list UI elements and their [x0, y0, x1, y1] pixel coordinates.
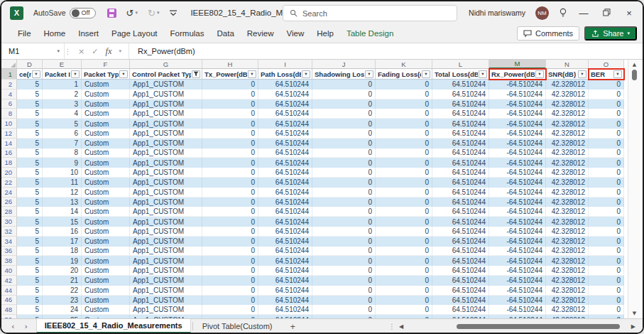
- cell-G20[interactable]: App1_CUSTOM: [130, 168, 202, 178]
- menu-tab-insert[interactable]: Insert: [72, 26, 105, 41]
- cell-D48[interactable]: 5: [17, 305, 43, 315]
- menu-tab-home[interactable]: Home: [38, 26, 72, 41]
- cell-D44[interactable]: 5: [17, 286, 43, 296]
- cell-M42[interactable]: -64.510244: [489, 276, 546, 286]
- column-letter-J[interactable]: J: [312, 60, 376, 69]
- cell-J44[interactable]: 0: [312, 286, 376, 296]
- cell-F28[interactable]: Custom: [82, 207, 130, 217]
- minimize-button[interactable]: —: [577, 8, 590, 18]
- cell-M4[interactable]: -64.510244: [489, 90, 546, 99]
- header-cell-G[interactable]: Control Packet Type: [130, 69, 202, 80]
- cell-I10[interactable]: 64.510244: [258, 119, 312, 129]
- cell-F14[interactable]: Custom: [82, 139, 130, 149]
- cell-O40[interactable]: 0: [589, 266, 624, 276]
- cell-N32[interactable]: 42.328012: [546, 227, 589, 237]
- cell-M16[interactable]: -64.510244: [489, 149, 546, 158]
- cell-E38[interactable]: 19: [43, 256, 82, 266]
- cell-E30[interactable]: 15: [43, 217, 82, 227]
- cell-E16[interactable]: 8: [43, 149, 82, 158]
- cell-J36[interactable]: 0: [312, 247, 376, 257]
- cell-H26[interactable]: 0: [202, 198, 258, 208]
- cell-O2[interactable]: 0: [589, 80, 624, 90]
- cell-L26[interactable]: 64.510244: [432, 198, 489, 208]
- cell-D26[interactable]: 5: [17, 198, 43, 208]
- cell-M14[interactable]: -64.510244: [489, 139, 546, 149]
- cell-N10[interactable]: 42.328012: [546, 119, 589, 129]
- cell-E6[interactable]: 3: [43, 99, 82, 109]
- cell-J38[interactable]: 0: [312, 256, 376, 266]
- cell-D18[interactable]: 5: [17, 158, 43, 168]
- share-button[interactable]: Share ▾: [584, 26, 637, 41]
- cell-H38[interactable]: 0: [202, 256, 258, 266]
- cell-L30[interactable]: 64.510244: [432, 217, 489, 227]
- cell-N22[interactable]: 42.328012: [546, 178, 589, 188]
- cell-J42[interactable]: 0: [312, 276, 376, 286]
- cell-I24[interactable]: 64.510244: [258, 188, 312, 198]
- cell-G44[interactable]: App1_CUSTOM: [130, 286, 202, 296]
- row-number-46[interactable]: 46: [1, 296, 17, 306]
- cell-F32[interactable]: Custom: [82, 227, 130, 237]
- cell-F8[interactable]: Custom: [82, 109, 130, 119]
- column-letter-O[interactable]: O: [589, 60, 624, 69]
- cell-O28[interactable]: 0: [589, 207, 624, 217]
- redo-chevron-icon[interactable]: ▾: [157, 10, 160, 16]
- cell-F4[interactable]: Custom: [82, 90, 130, 99]
- cell-E22[interactable]: 11: [43, 178, 82, 188]
- cell-F46[interactable]: Custom: [82, 296, 130, 306]
- cell-J2[interactable]: 0: [312, 80, 376, 90]
- cell-F10[interactable]: Custom: [82, 119, 130, 129]
- cell-N30[interactable]: 42.328012: [546, 217, 589, 227]
- cell-L2[interactable]: 64.510244: [432, 80, 489, 90]
- cell-H20[interactable]: 0: [202, 168, 258, 178]
- cell-D4[interactable]: 5: [17, 90, 43, 99]
- cell-L40[interactable]: 64.510244: [432, 266, 489, 276]
- cell-K6[interactable]: 0: [376, 99, 432, 109]
- cell-M36[interactable]: -64.510244: [489, 247, 546, 257]
- cell-N24[interactable]: 42.328012: [546, 188, 589, 198]
- restore-button[interactable]: [600, 8, 613, 18]
- row-number-28[interactable]: 28: [1, 207, 17, 217]
- cell-K2[interactable]: 0: [376, 80, 432, 90]
- cell-E18[interactable]: 9: [43, 158, 82, 168]
- column-letter-N[interactable]: N: [546, 60, 589, 69]
- cell-G8[interactable]: App1_CUSTOM: [130, 109, 202, 119]
- cell-E44[interactable]: 22: [43, 286, 82, 296]
- cell-L48[interactable]: 64.510244: [432, 305, 489, 315]
- undo-chevron-icon[interactable]: ▾: [135, 10, 138, 16]
- row-number-26[interactable]: 26: [1, 198, 17, 208]
- cell-O4[interactable]: 0: [589, 90, 624, 99]
- cell-D24[interactable]: 5: [17, 188, 43, 198]
- cell-L38[interactable]: 64.510244: [432, 256, 489, 266]
- cell-N48[interactable]: 42.328012: [546, 305, 589, 315]
- filter-dropdown-icon[interactable]: ▾: [71, 70, 80, 78]
- cell-M18[interactable]: -64.510244: [489, 158, 546, 168]
- cell-E46[interactable]: 23: [43, 296, 82, 306]
- cell-G18[interactable]: App1_CUSTOM: [130, 158, 202, 168]
- cell-G28[interactable]: App1_CUSTOM: [130, 207, 202, 217]
- name-box[interactable]: M1 ▾: [1, 43, 64, 59]
- cell-J34[interactable]: 0: [312, 237, 376, 247]
- cell-K34[interactable]: 0: [376, 237, 432, 247]
- cell-D2[interactable]: 5: [17, 80, 43, 90]
- cell-I18[interactable]: 64.510244: [258, 158, 312, 168]
- cell-J32[interactable]: 0: [312, 227, 376, 237]
- filter-applied-icon[interactable]: [192, 70, 200, 78]
- cell-E8[interactable]: 4: [43, 109, 82, 119]
- cell-L16[interactable]: 64.510244: [432, 149, 489, 158]
- header-cell-F[interactable]: Packet Type▾: [82, 69, 130, 80]
- cell-F20[interactable]: Custom: [82, 168, 130, 178]
- formula-bar-chevron-icon[interactable]: ▾: [119, 48, 121, 54]
- cell-G40[interactable]: App1_CUSTOM: [130, 266, 202, 276]
- cell-E2[interactable]: 1: [43, 80, 82, 90]
- filter-dropdown-icon[interactable]: ▾: [119, 70, 128, 78]
- cell-F44[interactable]: Custom: [82, 286, 130, 296]
- h-scroll-right-icon[interactable]: ▶: [631, 319, 635, 333]
- sheet-tab-radio-measurements[interactable]: IEEE802_15_4_Radio_Measurements: [36, 319, 191, 333]
- cell-K20[interactable]: 0: [376, 168, 432, 178]
- cell-I16[interactable]: 64.510244: [258, 149, 312, 158]
- cell-K16[interactable]: 0: [376, 149, 432, 158]
- cell-J4[interactable]: 0: [312, 90, 376, 99]
- cell-K32[interactable]: 0: [376, 227, 432, 237]
- row-number-18[interactable]: 18: [1, 158, 17, 168]
- cell-J16[interactable]: 0: [312, 149, 376, 158]
